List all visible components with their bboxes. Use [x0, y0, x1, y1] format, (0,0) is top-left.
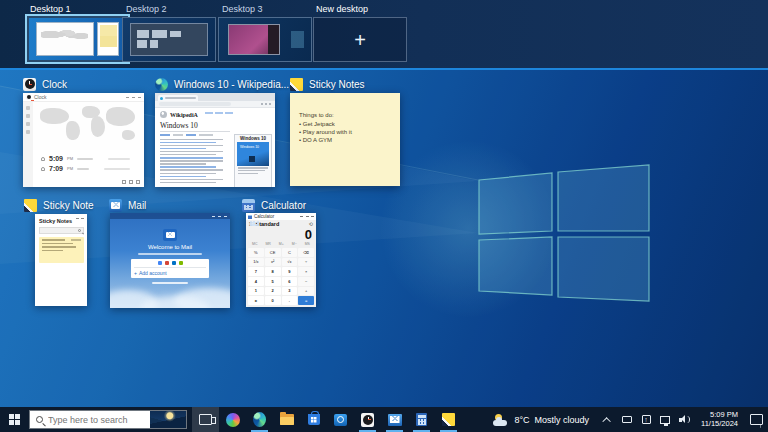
plus-icon: + — [134, 270, 137, 276]
calculator-button[interactable] — [408, 407, 435, 432]
mail-icon — [388, 414, 402, 426]
clock-nav-rail — [23, 102, 33, 187]
infobox-caption-placeholder — [236, 167, 270, 173]
search-highlight-image[interactable] — [150, 411, 186, 428]
mail-welcome-panel: Welcome to Mail + Add account — [110, 229, 230, 284]
search-input[interactable] — [48, 415, 143, 425]
taskbar-search-box[interactable] — [29, 410, 187, 429]
search-icon — [36, 416, 43, 423]
clock-window-title: Clock — [42, 79, 67, 90]
search-icon — [78, 229, 81, 232]
taskbar-clock[interactable]: 5:09 PM 11/15/2024 — [695, 411, 744, 428]
wikipedia-wordmark: WikipediA — [170, 112, 198, 118]
calculator-window-header[interactable]: Calculator — [242, 198, 306, 212]
desktop-3-preview — [219, 18, 311, 61]
notification-icon — [750, 414, 763, 425]
desktop-2-thumbnail[interactable] — [122, 17, 216, 62]
sticky-notes-icon — [442, 413, 455, 426]
mail-footer-link-placeholder — [152, 282, 188, 284]
wikipedia-page: WikipediA Windows 10 Windows 10 Windows … — [155, 108, 275, 187]
task-view-icon — [199, 414, 212, 425]
microsoft-store-button[interactable] — [300, 407, 327, 432]
infobox-image-caption: Windows 10 — [240, 145, 259, 149]
clock-app-icon — [361, 413, 374, 427]
desktop-1-preview — [29, 18, 126, 60]
note-line: • DO A GYM — [299, 136, 400, 144]
calculator-display: 0 — [246, 227, 316, 242]
calculator-titlebar-text: Calculator — [254, 214, 274, 219]
weather-widget[interactable]: 8°C Mostly cloudy — [485, 407, 597, 432]
clock-app-icon — [23, 78, 36, 91]
action-center-button[interactable] — [744, 407, 768, 432]
copilot-icon — [226, 413, 240, 427]
secondary-time-value: 7:09 — [49, 165, 63, 172]
desktop-1-label: Desktop 1 — [30, 4, 71, 14]
volume-tray-icon[interactable] — [678, 414, 690, 426]
task-view-screen: Desktop 1 Desktop 2 Desktop 3 New deskto… — [0, 0, 768, 432]
network-tray-icon[interactable] — [659, 414, 671, 426]
file-explorer-button[interactable] — [273, 407, 300, 432]
edge-window-header[interactable]: Windows 10 - Wikipedia... — [155, 77, 289, 91]
local-time-value: 5:09 — [49, 155, 63, 162]
onedrive-sync-tray-icon[interactable]: ↑ — [640, 414, 652, 426]
calculator-window-thumbnail[interactable]: Calculator ≡ Standard ⟲ 0 MC MR M+ M− MS… — [246, 213, 316, 307]
desktop-2-preview — [123, 18, 215, 61]
clock-window-header[interactable]: Clock — [23, 77, 67, 91]
calculator-titlebar: Calculator — [246, 213, 316, 220]
clock-titlebar-text: Clock — [34, 94, 47, 100]
desktop-3-thumbnail[interactable] — [218, 17, 312, 62]
mail-button[interactable] — [381, 407, 408, 432]
desktop-1-thumbnail[interactable] — [25, 14, 130, 64]
world-clock-list: 5:09 PM 7:09 PM — [33, 152, 144, 187]
window-controls — [76, 218, 84, 219]
notes-search-box — [39, 227, 84, 234]
copilot-button[interactable] — [219, 407, 246, 432]
calculator-icon — [416, 413, 427, 426]
new-desktop-button[interactable]: + — [313, 17, 407, 62]
start-button[interactable] — [0, 407, 29, 432]
edge-window-title: Windows 10 - Wikipedia... — [174, 79, 289, 90]
calculator-window-title: Calculator — [261, 200, 306, 211]
desktop-3-label: Desktop 3 — [222, 4, 263, 14]
mail-window-thumbnail[interactable]: Welcome to Mail + Add account — [110, 213, 230, 308]
touchpad-tray-icon[interactable] — [621, 414, 633, 426]
taskbar-date: 11/15/2024 — [701, 420, 738, 429]
note-line: • Get Jetpack — [299, 120, 400, 128]
wikipedia-window-thumbnail[interactable]: WikipediA Windows 10 Windows 10 Windows … — [155, 93, 275, 187]
sticky-notes-button[interactable] — [435, 407, 462, 432]
desktop-2-label: Desktop 2 — [126, 4, 167, 14]
sticky-notes-icon — [290, 78, 303, 91]
task-view-button[interactable] — [192, 407, 219, 432]
article-text-placeholder — [160, 139, 226, 184]
show-hidden-icons-chevron[interactable] — [602, 414, 614, 426]
plus-icon: + — [354, 30, 366, 50]
system-tray: ↑ — [597, 407, 695, 432]
clock-row-secondary: 7:09 PM — [33, 162, 144, 172]
edge-icon — [253, 412, 266, 427]
folder-icon — [280, 414, 294, 425]
secondary-time-suffix: PM — [67, 166, 73, 171]
local-time-suffix: PM — [67, 156, 73, 161]
note-preview-card — [39, 237, 84, 263]
outlook-button[interactable] — [327, 407, 354, 432]
new-desktop-label: New desktop — [316, 4, 368, 14]
sticky-notes-window-header[interactable]: Sticky Notes — [290, 77, 365, 91]
mail-titlebar — [110, 213, 230, 219]
infobox-image: Windows 10 — [237, 142, 269, 166]
windows-logo-icon — [9, 414, 20, 425]
mail-icon — [109, 199, 122, 212]
clock-window-thumbnail[interactable]: Clock 5:09 PM 7:09 PM — [23, 93, 144, 187]
mail-window-header[interactable]: Mail — [109, 198, 146, 212]
sticky-note-list-header[interactable]: Sticky Note — [24, 198, 94, 212]
clock-app-button[interactable] — [354, 407, 381, 432]
partly-cloudy-icon — [493, 414, 509, 426]
mail-window-title: Mail — [128, 200, 146, 211]
infobox-title: Windows 10 — [236, 136, 270, 141]
account-provider-icons — [134, 261, 206, 268]
sticky-note-thumbnail[interactable]: Things to do: • Get Jetpack • Play aroun… — [290, 93, 400, 186]
clock-titlebar: Clock — [23, 93, 144, 102]
calculator-keypad: %CEC⌫ 1/xx²√x÷ 789× 456− 123+ ±0.= — [246, 246, 316, 307]
edge-taskbar-button[interactable] — [246, 407, 273, 432]
note-line: • Play around with it — [299, 128, 400, 136]
sticky-notes-list-thumbnail[interactable]: Sticky Notes — [35, 214, 87, 306]
